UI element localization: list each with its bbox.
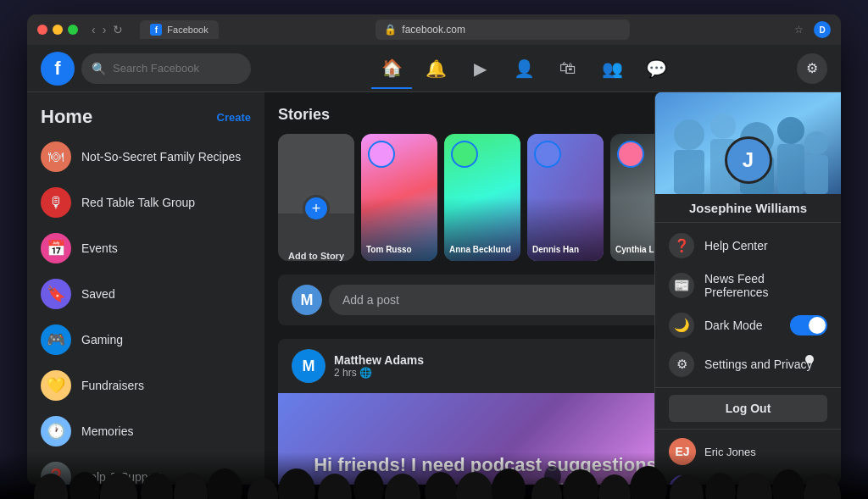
- story-avatar: [451, 141, 478, 168]
- sidebar-item-label: Not-So-Secret Family Recipes: [81, 150, 241, 164]
- story-name: Tom Russo: [366, 245, 432, 254]
- story-name: Dennis Han: [532, 245, 598, 254]
- close-button[interactable]: [37, 25, 47, 35]
- sidebar: Home Create 🍽 Not-So-Secret Family Recip…: [27, 92, 264, 485]
- sidebar-item-memories[interactable]: 🕐 Memories: [34, 409, 258, 453]
- minimize-button[interactable]: [53, 25, 63, 35]
- svg-point-7: [710, 114, 736, 139]
- svg-point-10: [804, 131, 828, 155]
- globe-icon: 🌐: [359, 367, 372, 379]
- dropdown-news-feed[interactable]: 📰 News Feed Preferences: [655, 265, 841, 306]
- dropdown-help-center[interactable]: ❓ Help Center: [655, 226, 841, 265]
- profile-name[interactable]: Josephine Williams: [655, 194, 841, 219]
- story-card-1[interactable]: Anna Becklund: [444, 134, 520, 261]
- nav-watch-button[interactable]: ▶: [459, 48, 500, 89]
- friend-avatar: CL: [669, 475, 696, 485]
- search-input[interactable]: [113, 62, 231, 75]
- sidebar-item-label: Help & Support: [81, 470, 162, 484]
- sidebar-item-label: Events: [81, 241, 118, 255]
- browser-tab-facebook[interactable]: f Facebook: [140, 20, 218, 39]
- sidebar-item-icon: 🔖: [41, 279, 71, 309]
- profile-avatar[interactable]: J: [725, 136, 772, 184]
- sidebar-item-saved[interactable]: 🔖 Saved: [34, 272, 258, 316]
- sidebar-item-icon: 🕐: [41, 416, 71, 446]
- sidebar-item-icon: 📅: [41, 233, 71, 263]
- sidebar-item-label: Gaming: [81, 333, 123, 347]
- nav-notifications-button[interactable]: 🔔: [415, 48, 456, 89]
- sidebar-item-red-table[interactable]: 🎙 Red Table Talk Group: [34, 180, 258, 225]
- story-card-0[interactable]: Tom Russo: [361, 134, 437, 261]
- nav-profile-button[interactable]: 👤: [504, 48, 544, 89]
- add-story-label: Add to Story: [283, 251, 349, 261]
- sidebar-item-icon: 💛: [41, 370, 71, 401]
- dropdown-panel: J Josephine Williams ❓ Help Center 📰 New…: [654, 92, 841, 485]
- maximize-button[interactable]: [68, 25, 78, 35]
- friend-name: Cynthia Lopez: [704, 483, 775, 485]
- logout-button[interactable]: Log Out: [669, 395, 827, 422]
- browser-window: ‹ › ↻ f Facebook 🔒 facebook.com ☆ D f 🔍: [27, 14, 841, 485]
- tab-bar: f Facebook: [140, 20, 218, 39]
- profile-icon[interactable]: D: [814, 21, 831, 38]
- svg-rect-15: [804, 155, 828, 194]
- dark-mode-icon: 🌙: [669, 313, 694, 338]
- sidebar-item-fundraisers[interactable]: 💛 Fundraisers: [34, 363, 258, 408]
- nav-messenger-button[interactable]: 💬: [636, 48, 676, 89]
- toggle-knob: [809, 317, 826, 334]
- svg-rect-11: [674, 150, 704, 194]
- sidebar-item-gaming[interactable]: 🎮 Gaming: [34, 318, 258, 362]
- svg-point-6: [674, 119, 704, 150]
- sidebar-item-label: Saved: [81, 287, 115, 301]
- friend-item-0[interactable]: EJ Eric Jones: [655, 433, 841, 470]
- sidebar-item-help[interactable]: ❓ Help & Support: [34, 455, 258, 485]
- nav-center: 🏠 🔔 ▶ 👤 🛍 👥 💬: [251, 48, 797, 89]
- settings-button[interactable]: ⚙: [797, 53, 827, 84]
- story-card-2[interactable]: Dennis Han: [527, 134, 604, 261]
- reload-button[interactable]: ↻: [113, 23, 123, 36]
- lock-icon: 🔒: [384, 24, 397, 36]
- sidebar-item-icon: 🎮: [41, 324, 71, 355]
- dark-mode-label: Dark Mode: [704, 319, 762, 332]
- main-content: Home Create 🍽 Not-So-Secret Family Recip…: [27, 92, 841, 485]
- traffic-lights: [37, 25, 78, 35]
- dark-mode-toggle-switch[interactable]: [790, 315, 827, 335]
- sidebar-item-family-recipes[interactable]: 🍽 Not-So-Secret Family Recipes: [34, 135, 258, 179]
- sidebar-item-label: Fundraisers: [81, 379, 144, 392]
- settings-privacy-icon: ⚙: [669, 352, 694, 377]
- create-button[interactable]: Create: [217, 111, 251, 124]
- search-icon: 🔍: [92, 62, 106, 75]
- story-avatar: [617, 141, 644, 168]
- nav-marketplace-button[interactable]: 🛍: [548, 48, 588, 89]
- svg-rect-14: [777, 144, 804, 194]
- news-feed-label: News Feed Preferences: [704, 272, 827, 299]
- address-text: facebook.com: [402, 24, 465, 36]
- sidebar-item-icon: ❓: [41, 462, 71, 485]
- address-bar[interactable]: 🔒 facebook.com: [376, 19, 630, 40]
- nav-home-button[interactable]: 🏠: [371, 48, 412, 89]
- back-button[interactable]: ‹: [92, 23, 96, 36]
- add-story-plus-icon: +: [303, 195, 330, 222]
- friend-item-1[interactable]: CL Cynthia Lopez: [655, 470, 841, 485]
- composer-avatar: M: [292, 285, 322, 315]
- add-story-card[interactable]: + Add to Story: [278, 134, 354, 261]
- nav-right: ⚙: [797, 53, 827, 84]
- forward-button[interactable]: ›: [103, 23, 107, 36]
- sidebar-item-events[interactable]: 📅 Events: [34, 226, 258, 270]
- post-author-avatar: M: [292, 349, 326, 383]
- svg-point-9: [777, 117, 804, 144]
- sidebar-title: Home Create: [34, 99, 258, 135]
- dropdown-dark-mode[interactable]: 🌙 Dark Mode: [655, 306, 841, 345]
- facebook-navbar: f 🔍 🏠 🔔 ▶ 👤 🛍 👥 💬 ⚙: [27, 45, 841, 92]
- sidebar-item-label: Memories: [81, 424, 133, 438]
- search-bar[interactable]: 🔍: [81, 53, 251, 84]
- presenter-figure: [527, 461, 578, 485]
- nav-groups-button[interactable]: 👥: [592, 48, 632, 89]
- stories-title: Stories: [278, 106, 330, 124]
- dropdown-settings[interactable]: ⚙ Settings and Privacy: [655, 345, 841, 384]
- divider: [655, 222, 841, 223]
- facebook-logo[interactable]: f: [41, 52, 75, 86]
- bookmark-icon[interactable]: ☆: [794, 24, 804, 36]
- story-name: Anna Becklund: [449, 245, 515, 254]
- browser-chrome: ‹ › ↻ f Facebook 🔒 facebook.com ☆ D: [27, 14, 841, 45]
- news-feed-icon: 📰: [669, 273, 694, 298]
- sidebar-item-label: Red Table Talk Group: [81, 196, 195, 209]
